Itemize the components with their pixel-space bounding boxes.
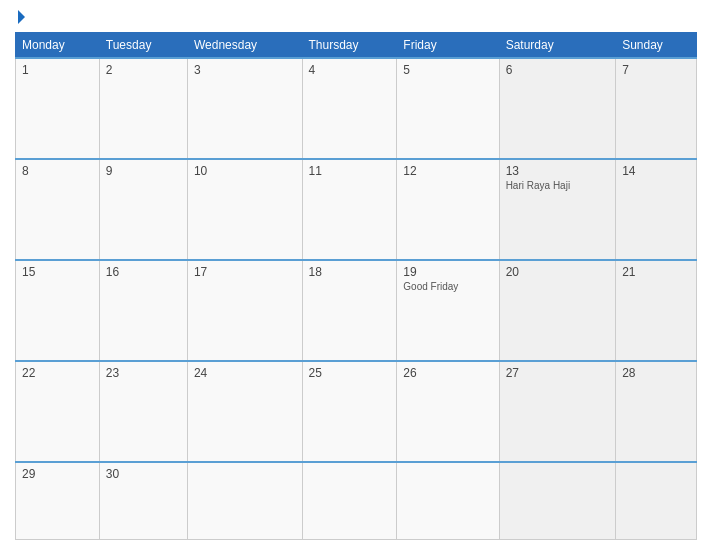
day-number: 4 — [309, 63, 391, 77]
weekday-header-row: MondayTuesdayWednesdayThursdayFridaySatu… — [16, 33, 697, 59]
day-number: 18 — [309, 265, 391, 279]
holiday-label: Good Friday — [403, 281, 492, 292]
weekday-header-thursday: Thursday — [302, 33, 397, 59]
week-row-4: 22232425262728 — [16, 361, 697, 462]
calendar-cell: 4 — [302, 58, 397, 159]
calendar-cell: 21 — [616, 260, 697, 361]
calendar-cell: 12 — [397, 159, 499, 260]
calendar-cell: 1 — [16, 58, 100, 159]
calendar-cell: 3 — [187, 58, 302, 159]
day-number: 5 — [403, 63, 492, 77]
day-number: 6 — [506, 63, 610, 77]
calendar-cell: 5 — [397, 58, 499, 159]
calendar-cell: 14 — [616, 159, 697, 260]
calendar-cell: 29 — [16, 462, 100, 539]
calendar-cell: 27 — [499, 361, 616, 462]
calendar-cell — [397, 462, 499, 539]
calendar-page: MondayTuesdayWednesdayThursdayFridaySatu… — [0, 0, 712, 550]
day-number: 29 — [22, 467, 93, 481]
day-number: 20 — [506, 265, 610, 279]
calendar-cell: 24 — [187, 361, 302, 462]
weekday-header-sunday: Sunday — [616, 33, 697, 59]
day-number: 8 — [22, 164, 93, 178]
calendar-table: MondayTuesdayWednesdayThursdayFridaySatu… — [15, 32, 697, 540]
weekday-header-monday: Monday — [16, 33, 100, 59]
calendar-cell: 9 — [99, 159, 187, 260]
holiday-label: Hari Raya Haji — [506, 180, 610, 191]
day-number: 24 — [194, 366, 296, 380]
week-row-5: 2930 — [16, 462, 697, 539]
calendar-cell: 7 — [616, 58, 697, 159]
day-number: 1 — [22, 63, 93, 77]
calendar-cell: 15 — [16, 260, 100, 361]
day-number: 16 — [106, 265, 181, 279]
logo-triangle-icon — [18, 10, 25, 24]
calendar-cell — [187, 462, 302, 539]
day-number: 22 — [22, 366, 93, 380]
day-number: 26 — [403, 366, 492, 380]
week-row-3: 1516171819Good Friday2021 — [16, 260, 697, 361]
weekday-header-saturday: Saturday — [499, 33, 616, 59]
week-row-1: 1234567 — [16, 58, 697, 159]
day-number: 13 — [506, 164, 610, 178]
calendar-cell: 11 — [302, 159, 397, 260]
day-number: 9 — [106, 164, 181, 178]
calendar-cell — [302, 462, 397, 539]
day-number: 27 — [506, 366, 610, 380]
day-number: 30 — [106, 467, 181, 481]
day-number: 25 — [309, 366, 391, 380]
day-number: 21 — [622, 265, 690, 279]
day-number: 11 — [309, 164, 391, 178]
weekday-header-tuesday: Tuesday — [99, 33, 187, 59]
day-number: 23 — [106, 366, 181, 380]
calendar-cell: 30 — [99, 462, 187, 539]
day-number: 3 — [194, 63, 296, 77]
calendar-cell: 2 — [99, 58, 187, 159]
calendar-cell — [499, 462, 616, 539]
calendar-cell: 22 — [16, 361, 100, 462]
calendar-cell: 19Good Friday — [397, 260, 499, 361]
calendar-cell: 16 — [99, 260, 187, 361]
calendar-cell: 28 — [616, 361, 697, 462]
calendar-cell: 10 — [187, 159, 302, 260]
day-number: 7 — [622, 63, 690, 77]
calendar-cell — [616, 462, 697, 539]
calendar-cell: 18 — [302, 260, 397, 361]
day-number: 15 — [22, 265, 93, 279]
logo — [15, 10, 25, 24]
week-row-2: 8910111213Hari Raya Haji14 — [16, 159, 697, 260]
day-number: 2 — [106, 63, 181, 77]
weekday-header-wednesday: Wednesday — [187, 33, 302, 59]
day-number: 19 — [403, 265, 492, 279]
calendar-cell: 26 — [397, 361, 499, 462]
calendar-cell: 23 — [99, 361, 187, 462]
calendar-cell: 20 — [499, 260, 616, 361]
day-number: 10 — [194, 164, 296, 178]
calendar-cell: 8 — [16, 159, 100, 260]
calendar-cell: 17 — [187, 260, 302, 361]
calendar-cell: 6 — [499, 58, 616, 159]
day-number: 17 — [194, 265, 296, 279]
day-number: 14 — [622, 164, 690, 178]
calendar-cell: 13Hari Raya Haji — [499, 159, 616, 260]
day-number: 12 — [403, 164, 492, 178]
calendar-header — [15, 10, 697, 24]
weekday-header-friday: Friday — [397, 33, 499, 59]
day-number: 28 — [622, 366, 690, 380]
calendar-cell: 25 — [302, 361, 397, 462]
